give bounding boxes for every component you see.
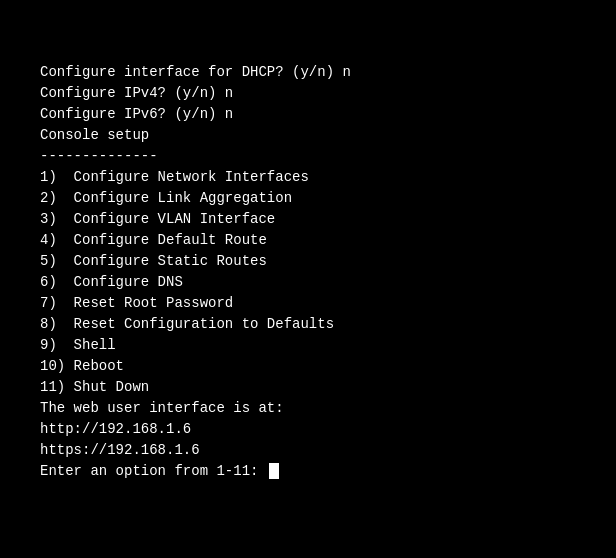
terminal-line: 3) Configure VLAN Interface xyxy=(40,209,576,230)
terminal-line: 1) Configure Network Interfaces xyxy=(40,167,576,188)
terminal-line: 8) Reset Configuration to Defaults xyxy=(40,314,576,335)
terminal-input-line: Enter an option from 1-11: xyxy=(40,461,576,482)
terminal-lines: Configure interface for DHCP? (y/n) nCon… xyxy=(40,62,576,482)
terminal-line: -------------- xyxy=(40,146,576,167)
terminal-line: http://192.168.1.6 xyxy=(40,419,576,440)
terminal-line: 4) Configure Default Route xyxy=(40,230,576,251)
terminal-line: 2) Configure Link Aggregation xyxy=(40,188,576,209)
cursor xyxy=(269,463,279,479)
terminal-line: 11) Shut Down xyxy=(40,377,576,398)
terminal-window: Configure interface for DHCP? (y/n) nCon… xyxy=(0,0,616,558)
terminal-line: 10) Reboot xyxy=(40,356,576,377)
terminal-line: 9) Shell xyxy=(40,335,576,356)
terminal-line: The web user interface is at: xyxy=(40,398,576,419)
terminal-line: https://192.168.1.6 xyxy=(40,440,576,461)
terminal-line: Configure interface for DHCP? (y/n) n xyxy=(40,62,576,83)
terminal-line: Configure IPv4? (y/n) n xyxy=(40,83,576,104)
terminal-line: 5) Configure Static Routes xyxy=(40,251,576,272)
terminal-line: 6) Configure DNS xyxy=(40,272,576,293)
terminal-content: Configure interface for DHCP? (y/n) nCon… xyxy=(40,20,576,524)
terminal-line: 7) Reset Root Password xyxy=(40,293,576,314)
terminal-line: Configure IPv6? (y/n) n xyxy=(40,104,576,125)
terminal-line: Console setup xyxy=(40,125,576,146)
